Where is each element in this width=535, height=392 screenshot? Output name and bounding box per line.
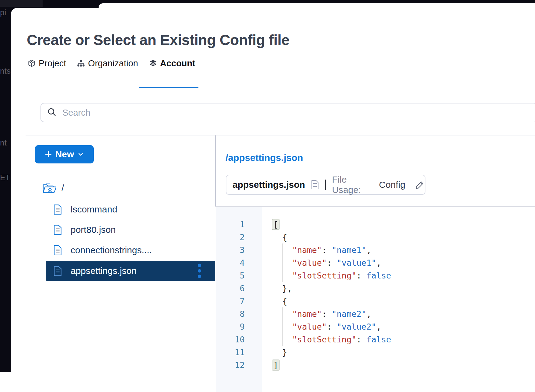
line-number: 1 (216, 220, 262, 229)
document-icon (311, 180, 319, 190)
file-usage-value: Config (379, 180, 405, 190)
code-editor[interactable]: 1[2 {3 "name": "name1",4 "value": "value… (215, 206, 535, 392)
code-text: { (262, 296, 287, 306)
file-row[interactable]: appsettings.json (46, 261, 215, 281)
backdrop-fragment: nt (0, 138, 11, 148)
open-folder-home-icon (42, 182, 57, 194)
code-line: 11 } (216, 346, 535, 359)
code-text: { (262, 233, 287, 242)
code-line: 8 "name": "name2", (216, 307, 535, 320)
code-line: 7 { (216, 295, 535, 307)
backdrop-fragment: ET (0, 173, 11, 182)
file-icon (53, 266, 62, 276)
new-button[interactable]: New (35, 145, 94, 163)
code-text: "value": "value2", (262, 322, 381, 331)
file-name: port80.json (71, 225, 116, 235)
search-icon (47, 107, 57, 118)
line-number: 2 (216, 233, 262, 242)
line-number: 8 (216, 309, 262, 319)
code-lines: 1[2 {3 "name": "name1",4 "value": "value… (216, 218, 535, 371)
modal-title: Create or Select an Existing Config file (27, 32, 289, 48)
backdrop-fragment: nts (0, 66, 11, 76)
code-line: 3 "name": "name1", (216, 243, 535, 256)
line-number: 6 (216, 284, 262, 293)
backdrop-footer (0, 372, 11, 392)
root-folder-label: / (61, 183, 64, 193)
file-usage-box: appsettings.json File Usage: Config (226, 175, 425, 195)
separator-bar (325, 180, 326, 190)
file-name: connectionstrings.... (71, 245, 152, 255)
search-box[interactable] (40, 103, 535, 122)
code-line: 4 "value": "value1", (216, 256, 535, 269)
file-row[interactable]: lscommand (46, 199, 215, 219)
file-path-link[interactable]: /appsettings.json (226, 152, 303, 163)
file-icon (53, 245, 62, 256)
code-text: "name": "name1", (262, 245, 371, 255)
file-name: appsettings.json (233, 180, 305, 190)
line-number: 9 (216, 322, 262, 331)
code-text: [ (262, 220, 279, 229)
line-number: 5 (216, 271, 262, 280)
tab-divider (26, 88, 535, 88)
plus-icon (44, 150, 52, 158)
backdrop-block (0, 0, 43, 7)
layers-icon (149, 59, 157, 68)
search-input[interactable] (62, 107, 535, 118)
kebab-menu-icon[interactable] (198, 264, 201, 278)
config-file-modal: Create or Select an Existing Config file… (11, 8, 535, 392)
code-text: } (262, 348, 287, 357)
line-number: 4 (216, 258, 262, 268)
code-line: 5 "slotSetting": false (216, 269, 535, 282)
line-number: 10 (216, 335, 262, 344)
line-number: 11 (216, 348, 262, 357)
new-button-label: New (55, 149, 74, 159)
tab-organization[interactable]: Organization (77, 58, 138, 68)
code-line: 2 { (216, 231, 535, 243)
code-text: "slotSetting": false (262, 335, 391, 344)
file-usage-label: File Usage: (332, 174, 373, 195)
line-number: 12 (216, 360, 262, 370)
code-line: 12] (216, 359, 535, 371)
screen: pintsntET Create or Select an Existing C… (0, 0, 535, 392)
file-icon (53, 204, 62, 215)
tab-bar: ProjectOrganizationAccount (27, 55, 195, 71)
active-tab-underline (139, 87, 198, 88)
file-name: appsettings.json (71, 266, 137, 276)
code-line: 1[ (216, 218, 535, 231)
cube-icon (27, 59, 36, 68)
chevron-down-icon (77, 151, 84, 158)
tree-root-folder[interactable]: / (42, 178, 64, 198)
tab-label: Organization (88, 58, 138, 68)
code-line: 9 "value": "value2", (216, 320, 535, 333)
code-text: ] (262, 360, 279, 370)
code-text: }, (262, 284, 292, 293)
file-icon (53, 225, 62, 235)
code-line: 10 "slotSetting": false (216, 333, 535, 346)
line-number: 7 (216, 296, 262, 306)
code-text: "name": "name2", (262, 309, 371, 319)
code-text: "slotSetting": false (262, 271, 391, 280)
tab-label: Account (160, 58, 195, 68)
backdrop-fragment: pi (0, 8, 11, 17)
line-number: 3 (216, 245, 262, 255)
tab-label: Project (39, 58, 66, 68)
code-line: 6 }, (216, 282, 535, 295)
edit-pencil-icon[interactable] (415, 180, 425, 190)
tab-project[interactable]: Project (27, 58, 66, 68)
file-name: lscommand (71, 204, 117, 215)
tab-account[interactable]: Account (149, 58, 195, 68)
code-text: "value": "value1", (262, 258, 381, 268)
panel-top-divider (26, 135, 535, 135)
org-chart-icon (77, 59, 85, 68)
file-row[interactable]: connectionstrings.... (46, 240, 215, 260)
file-row[interactable]: port80.json (46, 220, 215, 240)
